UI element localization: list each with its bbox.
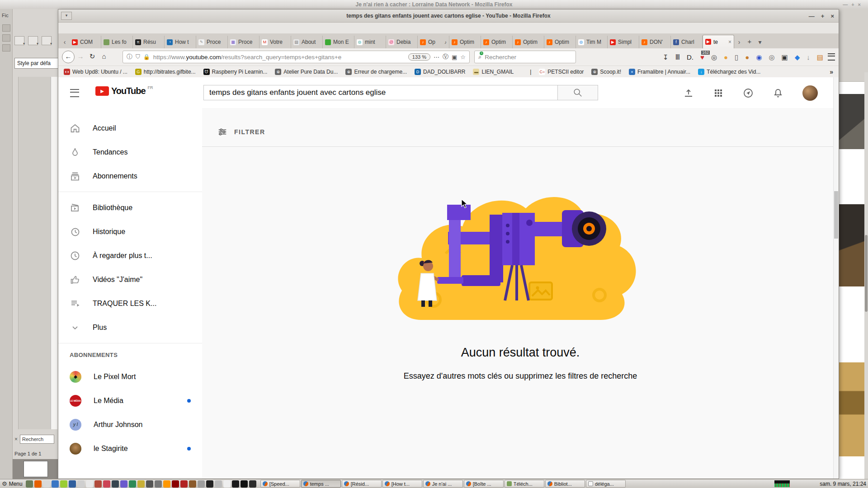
launcher-icon[interactable]	[215, 480, 222, 488]
tab-sound-icon[interactable]: ♪	[444, 40, 447, 45]
extension-icon[interactable]: ▣	[782, 54, 788, 61]
window-titlebar[interactable]: ▾ temps des gitans enfants jouent avec c…	[58, 9, 839, 23]
bookmark-item[interactable]: ● Framalibre | Annuair...	[629, 69, 690, 75]
tracking-shield-icon[interactable]: ⛉	[136, 53, 140, 61]
tab-scroll-right-icon[interactable]: ›	[734, 36, 744, 48]
close-button[interactable]: ×	[830, 13, 834, 19]
launcher-icon[interactable]	[172, 480, 179, 488]
launcher-icon[interactable]	[189, 480, 196, 488]
page-actions-icon[interactable]: ⋯	[434, 54, 439, 61]
launcher-icon[interactable]	[180, 480, 188, 488]
extension-icon[interactable]: ◎	[711, 54, 717, 61]
bookmark-item[interactable]: ⊕ Scoop.it!	[591, 69, 621, 75]
background-scrollbar[interactable]	[864, 72, 868, 479]
launcher-icon[interactable]	[52, 480, 59, 488]
bookmark-item[interactable]: ⊕ Atelier Pure Data Du...	[275, 69, 338, 75]
extension-icon[interactable]: ◎	[769, 54, 774, 61]
launcher-icon[interactable]	[60, 480, 67, 488]
bookmark-item[interactable]: G http://bitrates.gifbite...	[135, 69, 196, 75]
messages-icon[interactable]	[743, 88, 754, 99]
launcher-icon[interactable]	[43, 480, 50, 488]
launcher-icon[interactable]	[146, 480, 153, 488]
all-tabs-icon[interactable]: ▾	[755, 36, 765, 48]
launcher-icon[interactable]	[137, 480, 145, 488]
url-text[interactable]: https://www.youtube.com/results?search_q…	[153, 54, 405, 61]
home-button[interactable]: ⌂	[98, 51, 110, 63]
extension-icon[interactable]: ●	[745, 54, 749, 61]
bookmark-star-icon[interactable]: ☆	[460, 54, 466, 61]
toolbar-icon[interactable]	[2, 24, 10, 32]
libreoffice-menu-fragment[interactable]: Fic	[2, 13, 9, 18]
page-thumbnail[interactable]	[24, 461, 48, 477]
launcher-icon[interactable]	[120, 480, 127, 488]
browser-tab[interactable]: ♪ Op ♪ ×	[418, 36, 449, 48]
browser-tab[interactable]: f Charl ♪ ×	[671, 36, 703, 48]
taskbar-window-button[interactable]: temps ...	[301, 480, 341, 488]
extension-icon[interactable]: ▤	[817, 54, 823, 61]
bookmarks-overflow-icon[interactable]: »	[830, 68, 833, 75]
browser-tab[interactable]: ✎ Proce ♪ ×	[196, 36, 228, 48]
minimize-button[interactable]: —	[809, 13, 815, 19]
bookmark-item[interactable]: C= PETSCII editor	[539, 69, 584, 75]
bookmark-item[interactable]: |	[521, 69, 531, 75]
subscription-arthur-johnson[interactable]: y l Arthur Johnson	[58, 413, 202, 436]
subscription-le-pixel-mort[interactable]: Le Pixel Mort	[58, 365, 202, 389]
browser-tab[interactable]: ▤ About ♪ ×	[291, 36, 323, 48]
browser-tab[interactable]: ▶ te ♪ ×	[703, 35, 734, 48]
applications-menu-button[interactable]: ⚙ Menu	[2, 480, 23, 487]
account-avatar[interactable]	[802, 85, 818, 101]
browser-tab[interactable]: ♪ Optim ♪ ×	[481, 36, 513, 48]
page-info-icon[interactable]: ⓘ	[127, 53, 132, 61]
launcher-icon[interactable]	[249, 480, 256, 488]
bookmark-item[interactable]: ᗢ Raspberry Pi Learnin...	[203, 69, 268, 75]
extension-icon[interactable]: D.	[687, 54, 693, 61]
clock[interactable]: sam. 9 mars, 21:24	[820, 481, 866, 487]
launcher-icon[interactable]	[129, 480, 136, 488]
forward-button[interactable]: →	[75, 51, 86, 63]
sidebar-item-bibliotheque[interactable]: Bibliothèque	[58, 196, 202, 220]
taskbar-window-button[interactable]: Je n'ai ...	[423, 480, 463, 488]
browser-tab[interactable]: ▶ Simpl ♪ ×	[608, 36, 639, 48]
guide-hamburger-icon[interactable]	[70, 89, 79, 97]
launcher-icon[interactable]	[26, 480, 33, 488]
sidebar-item-plus[interactable]: Plus	[58, 315, 202, 339]
save-page-icon[interactable]: ▣	[452, 54, 457, 61]
new-tab-button[interactable]: +	[744, 36, 755, 48]
bookmark-item[interactable]: ▬ LIEN_GMAIL	[473, 69, 514, 75]
browser-tab[interactable]: Mon E ♪ ×	[323, 36, 354, 48]
search-icon[interactable]: ⌕	[478, 53, 481, 61]
url-bar[interactable]: ⓘ ⛉ 🔒 https://www.youtube.com/results?se…	[123, 51, 470, 63]
find-input[interactable]: Recherch	[20, 435, 54, 444]
launcher-icon[interactable]	[232, 480, 239, 488]
taskbar-window-button[interactable]: [How t...	[382, 480, 422, 488]
taskbar-window-button[interactable]: Bibliot...	[545, 480, 585, 488]
browser-tab[interactable]: ♪ Optim ♪ ×	[449, 36, 481, 48]
youtube-logo[interactable]: ▶ YouTube FR	[95, 86, 153, 96]
extension-icon[interactable]: Ⅲ	[675, 54, 680, 61]
launcher-icon[interactable]	[241, 480, 248, 488]
browser-tab[interactable]: M Votre ♪ ×	[259, 36, 291, 48]
apps-grid-icon[interactable]	[713, 88, 724, 99]
browser-tab[interactable]: ◔ How t ♪ ×	[165, 36, 196, 48]
sidebar-item-historique[interactable]: Historique	[58, 220, 202, 244]
toolbar-icon[interactable]	[2, 44, 10, 52]
back-button[interactable]: ←	[62, 51, 75, 63]
toolbar-icon[interactable]	[2, 34, 10, 42]
extension-icon[interactable]: ♥162	[700, 54, 704, 61]
toolbar-button[interactable]	[14, 36, 24, 45]
launcher-icon[interactable]	[163, 480, 170, 488]
bookmark-item[interactable]: ↓ Téléchargez des Vid...	[698, 69, 760, 75]
tab-scroll-left-icon[interactable]: ‹	[60, 36, 70, 48]
launcher-icon[interactable]	[69, 480, 76, 488]
browser-tab[interactable]: ◍ mint ♪ ×	[354, 36, 386, 48]
extension-icon[interactable]: ↧	[663, 54, 669, 61]
browser-tab[interactable]: @ Debia ♪ ×	[386, 36, 418, 48]
toolbar-button[interactable]	[28, 36, 38, 45]
launcher-icon[interactable]	[34, 480, 42, 488]
menu-hamburger-icon[interactable]	[828, 53, 835, 61]
launcher-icon[interactable]	[86, 480, 93, 488]
filter-button[interactable]: FILTRER	[217, 127, 839, 137]
extension-icon[interactable]: ●	[724, 54, 728, 61]
taskbar-window-button[interactable]: Téléch...	[505, 480, 544, 488]
browser-tab[interactable]: ♪ Optim ♪ ×	[513, 36, 544, 48]
